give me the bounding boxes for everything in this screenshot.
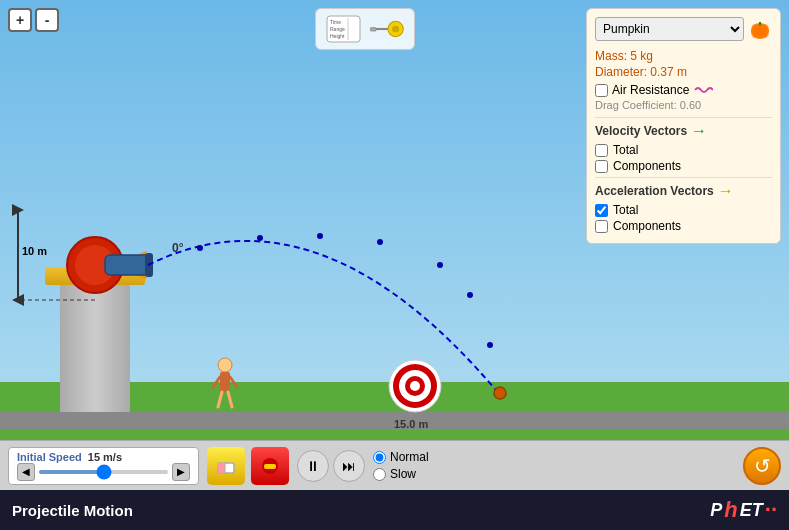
svg-point-45 (760, 24, 766, 38)
velocity-components-row: Components (595, 159, 772, 173)
speed-options: Normal Slow (373, 450, 429, 481)
svg-point-6 (392, 26, 399, 33)
svg-point-44 (754, 24, 760, 38)
air-resistance-row: Air Resistance (595, 83, 772, 97)
simulation-area: + - Time Range Height (0, 0, 789, 490)
velocity-components-label: Components (613, 159, 681, 173)
velocity-components-checkbox[interactable] (595, 160, 608, 173)
velocity-vectors-title: Velocity Vectors → (595, 122, 772, 140)
svg-line-30 (213, 377, 220, 387)
svg-rect-50 (264, 464, 276, 469)
slow-speed-radio[interactable] (373, 468, 386, 481)
phet-dots: ·· (765, 497, 777, 523)
normal-speed-label: Normal (390, 450, 429, 464)
svg-rect-47 (218, 463, 225, 473)
svg-text:Range: Range (330, 26, 345, 32)
target[interactable] (388, 359, 443, 414)
normal-speed-option: Normal (373, 450, 429, 464)
target-distance-label: 15.0 m (394, 418, 428, 430)
panel-divider-1 (595, 117, 772, 118)
zoom-controls: + - (8, 8, 59, 32)
svg-point-38 (410, 381, 420, 391)
acceleration-components-label: Components (613, 219, 681, 233)
bottom-bar: Projectile Motion P h ET ·· (0, 490, 789, 530)
acceleration-total-checkbox[interactable] (595, 204, 608, 217)
cannon-base (60, 282, 130, 412)
drag-coeff-label: Drag Coefficient: 0.60 (595, 99, 772, 111)
initial-speed-value: 15 m/s (88, 451, 122, 463)
initial-speed-label: Initial Speed (17, 451, 82, 463)
panel-divider-2 (595, 177, 772, 178)
svg-rect-29 (220, 372, 230, 392)
zoom-out-button[interactable]: - (35, 8, 59, 32)
svg-line-32 (218, 392, 222, 407)
right-panel: Pumpkin Cannonball Baseball Golf Ball Ta… (586, 8, 781, 244)
velocity-total-checkbox[interactable] (595, 144, 608, 157)
slow-speed-label: Slow (390, 467, 416, 481)
slow-speed-option: Slow (373, 467, 429, 481)
projectile-select[interactable]: Pumpkin Cannonball Baseball Golf Ball Ta… (595, 17, 744, 41)
svg-rect-8 (370, 28, 376, 32)
app-title: Projectile Motion (12, 502, 710, 519)
playback-controls: ⏸ ⏭ (297, 450, 365, 482)
pumpkin-icon (748, 17, 772, 41)
projectile-selector-row: Pumpkin Cannonball Baseball Golf Ball Ta… (595, 17, 772, 41)
air-resistance-label: Air Resistance (612, 83, 689, 97)
acceleration-total-label: Total (613, 203, 638, 217)
velocity-total-label: Total (613, 143, 638, 157)
normal-speed-radio[interactable] (373, 451, 386, 464)
velocity-arrow-icon: → (691, 122, 707, 140)
fire-button[interactable] (251, 447, 289, 485)
diameter-label: Diameter: 0.37 m (595, 65, 772, 79)
eraser-icon (215, 455, 237, 477)
refresh-button[interactable]: ↺ (743, 447, 781, 485)
acceleration-total-row: Total (595, 203, 772, 217)
cannon-icon (259, 455, 281, 477)
air-resistance-icon (693, 84, 713, 96)
step-button[interactable]: ⏭ (333, 450, 365, 482)
control-bar: Initial Speed 15 m/s ◀ ▶ ⏸ ⏭ (0, 440, 789, 490)
eraser-button[interactable] (207, 447, 245, 485)
readout-icon[interactable]: Time Range Height (326, 14, 361, 44)
svg-text:Height: Height (330, 33, 345, 39)
acceleration-components-checkbox[interactable] (595, 220, 608, 233)
acceleration-arrow-icon: → (718, 182, 734, 200)
air-resistance-checkbox[interactable] (595, 84, 608, 97)
phet-h: h (724, 497, 737, 523)
acceleration-components-row: Components (595, 219, 772, 233)
speed-increase-button[interactable]: ▶ (172, 463, 190, 481)
speed-slider-row: ◀ ▶ (17, 463, 190, 481)
action-buttons (207, 447, 289, 485)
svg-text:Time: Time (330, 19, 341, 25)
phet-et: ET (740, 500, 763, 521)
svg-point-28 (218, 358, 232, 372)
svg-line-31 (230, 377, 237, 387)
pause-button[interactable]: ⏸ (297, 450, 329, 482)
phet-logo: P h ET ·· (710, 497, 777, 523)
cannon-platform (45, 267, 145, 285)
speed-slider[interactable] (39, 470, 168, 474)
mass-label: Mass: 5 kg (595, 49, 772, 63)
tape-measure-icon[interactable] (369, 14, 404, 44)
speed-decrease-button[interactable]: ◀ (17, 463, 35, 481)
zoom-in-button[interactable]: + (8, 8, 32, 32)
acceleration-vectors-title: Acceleration Vectors → (595, 182, 772, 200)
person-figure (210, 357, 240, 412)
svg-line-33 (228, 392, 232, 407)
top-toolbar: Time Range Height (315, 8, 415, 50)
velocity-total-row: Total (595, 143, 772, 157)
phet-p: P (710, 500, 722, 521)
initial-speed-section: Initial Speed 15 m/s ◀ ▶ (8, 447, 199, 485)
